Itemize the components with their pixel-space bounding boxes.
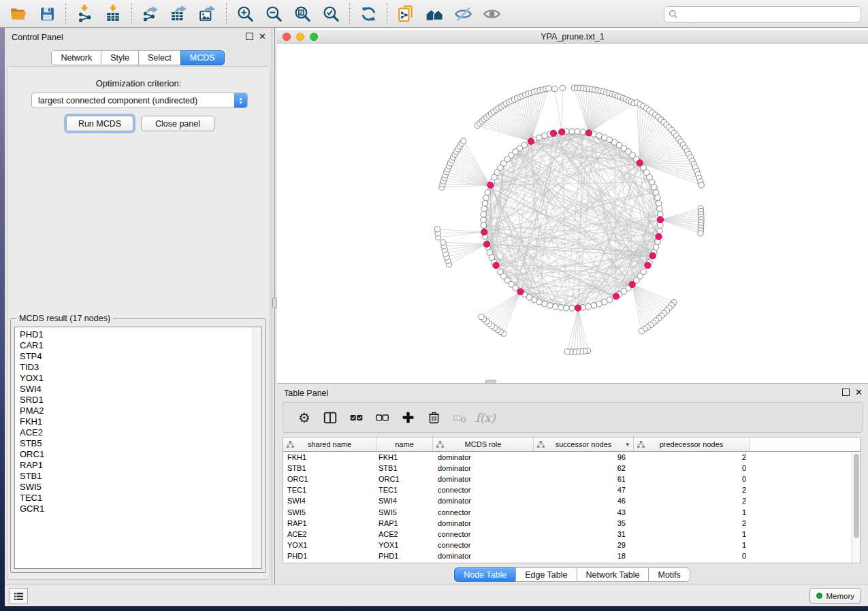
zoom-selected-button[interactable] — [317, 1, 345, 26]
first-neighbors-button[interactable] — [420, 1, 449, 26]
import-table-button[interactable] — [99, 1, 127, 26]
deselect-all-button[interactable] — [369, 406, 395, 430]
network-node[interactable] — [575, 129, 581, 135]
mcds-result-item[interactable]: ORC1 — [15, 449, 261, 460]
network-node[interactable] — [521, 142, 528, 148]
table-row[interactable]: RAP1RAP1dominator352 — [283, 518, 860, 529]
network-canvas[interactable] — [277, 44, 868, 382]
mcds-result-item[interactable]: ACE2 — [15, 427, 261, 438]
network-node[interactable] — [569, 129, 575, 135]
tab-edge-table[interactable]: Edge Table — [515, 567, 577, 582]
result-list-scrollbar[interactable] — [253, 327, 261, 568]
export-network-button[interactable] — [136, 1, 165, 26]
network-node[interactable] — [461, 138, 466, 144]
show-all-button[interactable] — [477, 1, 506, 26]
mcds-node[interactable] — [649, 252, 656, 259]
tab-motifs[interactable]: Motifs — [648, 567, 690, 582]
search-input[interactable] — [678, 7, 861, 21]
column-header-predecessor-nodes[interactable]: predecessor nodes — [634, 437, 750, 451]
network-node[interactable] — [698, 231, 703, 236]
table-row[interactable]: SWI5SWI5connector431 — [283, 506, 860, 517]
zoom-out-button[interactable] — [259, 1, 288, 26]
table-row[interactable]: FKH1FKH1dominator962 — [283, 452, 860, 463]
network-node[interactable] — [656, 200, 662, 206]
network-node[interactable] — [481, 205, 487, 212]
mcds-node[interactable] — [550, 130, 556, 136]
network-node[interactable] — [440, 240, 446, 245]
network-node[interactable] — [653, 190, 659, 196]
column-header-shared-name[interactable]: shared name — [283, 437, 376, 451]
maximize-window-icon[interactable] — [310, 33, 318, 41]
table-row[interactable]: ORC1ORC1dominator610 — [283, 474, 860, 484]
close-window-icon[interactable] — [283, 33, 291, 41]
minimize-window-icon[interactable] — [296, 33, 304, 41]
network-node[interactable] — [569, 306, 575, 312]
network-node[interactable] — [552, 303, 558, 310]
search-field[interactable] — [664, 6, 861, 22]
tab-mcds[interactable]: MCDS — [180, 50, 225, 65]
mcds-node[interactable] — [487, 182, 494, 188]
mcds-result-item[interactable]: RAP1 — [15, 460, 261, 471]
network-node[interactable] — [498, 269, 504, 275]
network-node[interactable] — [546, 86, 551, 91]
save-session-button[interactable] — [33, 1, 61, 26]
mcds-node[interactable] — [585, 130, 592, 136]
close-panel-button[interactable]: Close panel — [141, 116, 214, 131]
mcds-node[interactable] — [657, 216, 663, 222]
export-image-button[interactable] — [193, 1, 222, 26]
refresh-view-button[interactable] — [354, 1, 383, 26]
table-row[interactable]: YOX1YOX1connector291 — [283, 540, 860, 550]
table-row[interactable]: TEC1TEC1connector472 — [283, 484, 860, 495]
table-options-button[interactable]: ⚙ — [291, 406, 317, 430]
network-node[interactable] — [657, 205, 663, 212]
run-mcds-button[interactable]: Run MCDS — [66, 116, 133, 131]
mcds-node[interactable] — [483, 241, 489, 247]
splitter-handle[interactable] — [272, 297, 277, 308]
mcds-result-item[interactable]: STB1 — [15, 471, 261, 482]
mcds-result-item[interactable]: STB5 — [15, 438, 261, 449]
network-node[interactable] — [434, 227, 440, 232]
mcds-result-item[interactable]: PHD1 — [15, 329, 261, 340]
mcds-result-item[interactable]: FKH1 — [15, 416, 261, 427]
network-node[interactable] — [564, 349, 570, 354]
table-scrollbar[interactable] — [852, 452, 860, 563]
tab-select[interactable]: Select — [138, 50, 181, 65]
mcds-node[interactable] — [559, 129, 565, 135]
zoom-fit-button[interactable] — [288, 1, 317, 26]
float-panel-icon[interactable] — [842, 389, 850, 396]
network-node[interactable] — [585, 303, 592, 310]
tab-node-table[interactable]: Node Table — [454, 567, 516, 582]
network-node[interactable] — [591, 303, 597, 309]
open-file-button[interactable] — [4, 1, 33, 26]
mcds-result-item[interactable]: GCR1 — [15, 503, 261, 514]
table-row[interactable]: ACE2ACE2connector311 — [283, 529, 860, 540]
network-node[interactable] — [481, 222, 487, 229]
network-node[interactable] — [560, 85, 565, 90]
network-node[interactable] — [655, 195, 661, 201]
task-history-button[interactable] — [9, 588, 28, 604]
network-node[interactable] — [698, 182, 704, 188]
mcds-result-item[interactable]: SWI4 — [15, 384, 261, 395]
float-panel-icon[interactable] — [246, 33, 253, 40]
network-node[interactable] — [482, 200, 488, 206]
memory-button[interactable]: Memory — [809, 588, 861, 604]
network-node[interactable] — [564, 305, 570, 311]
mcds-result-item[interactable]: TID3 — [15, 362, 261, 373]
add-column-button[interactable] — [395, 406, 421, 430]
mcds-node[interactable] — [637, 160, 643, 166]
mcds-result-item[interactable]: TEC1 — [15, 493, 261, 503]
criterion-dropdown[interactable]: largest connected component (undirected)… — [31, 93, 248, 108]
network-node[interactable] — [657, 228, 663, 234]
mcds-result-item[interactable]: SWI5 — [15, 482, 261, 493]
column-view-button[interactable] — [317, 406, 343, 430]
mcds-node[interactable] — [493, 262, 499, 268]
tab-style[interactable]: Style — [101, 50, 139, 65]
network-node[interactable] — [657, 212, 663, 218]
network-node[interactable] — [657, 222, 663, 229]
mcds-result-item[interactable]: PMA2 — [15, 406, 261, 416]
mcds-node[interactable] — [528, 138, 534, 144]
table-row[interactable]: PHD1PHD1dominator180 — [283, 550, 860, 561]
mcds-node[interactable] — [629, 281, 635, 287]
close-panel-icon[interactable]: ✕ — [259, 33, 266, 40]
table-scrollbar-thumb[interactable] — [854, 454, 859, 538]
